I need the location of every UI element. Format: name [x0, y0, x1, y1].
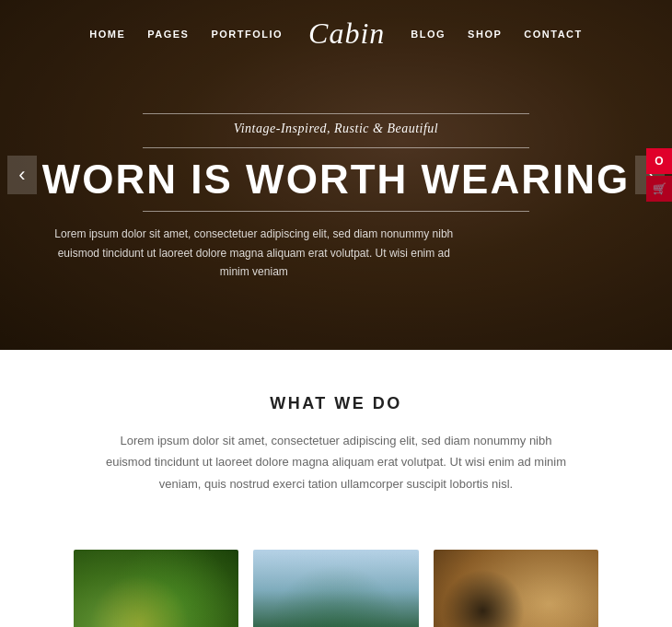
nav-link-contact[interactable]: CONTACT: [524, 29, 582, 40]
hero-divider-bottom: [143, 147, 529, 148]
image-card-2[interactable]: [253, 550, 418, 627]
what-we-do-section: WHAT WE DO Lorem ipsum dolor sit amet, c…: [0, 350, 672, 550]
nav-right: BLOG SHOP CONTACT: [411, 29, 582, 40]
side-icon-bar: O 🛒: [646, 148, 672, 202]
hero-content: Vintage-Inspired, Rustic & Beautiful WOR…: [42, 106, 630, 282]
hero-divider-top: [143, 113, 529, 114]
image-card-1[interactable]: [74, 550, 238, 627]
main-nav: HOME PAGES PORTFOLIO Cabin BLOG SHOP CON…: [0, 0, 672, 67]
section-description: Lorem ipsum dolor sit amet, consectetuer…: [97, 430, 575, 494]
image-card-3[interactable]: [434, 550, 598, 627]
site-logo[interactable]: Cabin: [308, 17, 385, 51]
cart-icon[interactable]: 🛒: [646, 176, 672, 202]
nav-link-pages[interactable]: PAGES: [147, 29, 189, 40]
nav-left: HOME PAGES PORTFOLIO: [89, 29, 283, 40]
prev-arrow[interactable]: ‹: [7, 156, 37, 194]
hero-subtitle: Vintage-Inspired, Rustic & Beautiful: [42, 122, 630, 136]
hero-description: Lorem ipsum dolor sit amet, consectetuer…: [42, 225, 466, 281]
section-title: WHAT WE DO: [74, 394, 598, 413]
hero-title: WORN IS WORTH WEARING: [42, 157, 630, 202]
nav-link-home[interactable]: HOME: [89, 29, 125, 40]
image-grid: [0, 550, 672, 627]
hero-section: HOME PAGES PORTFOLIO Cabin BLOG SHOP CON…: [0, 0, 672, 350]
nav-link-shop[interactable]: SHOP: [468, 29, 502, 40]
nav-link-portfolio[interactable]: PORTFOLIO: [211, 29, 283, 40]
nav-link-blog[interactable]: BLOG: [411, 29, 446, 40]
hero-divider-mid: [143, 211, 529, 212]
social-icon[interactable]: O: [646, 148, 672, 174]
